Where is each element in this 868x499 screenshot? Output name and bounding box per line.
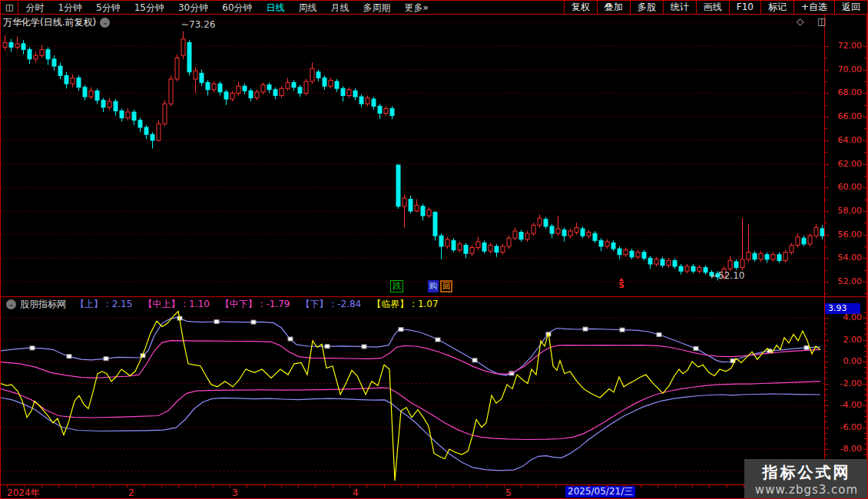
candle-body	[808, 236, 812, 244]
indicator-axis-label: -8.00	[826, 444, 862, 454]
date-tick	[521, 485, 522, 487]
toolbar-button-1[interactable]: 叠加	[597, 1, 630, 14]
axis-tick	[825, 345, 827, 346]
candle-body	[261, 85, 265, 92]
toolbar-button-2[interactable]: 多股	[630, 1, 663, 14]
indicator-axis-label: 2.00	[826, 335, 862, 345]
candle-body	[224, 92, 228, 99]
indicator-chart	[1, 297, 824, 484]
candle-body	[697, 268, 701, 272]
period-tab-4[interactable]: 30分钟	[171, 2, 215, 14]
axis-tick	[825, 270, 827, 271]
toolbar-button-8[interactable]: 返回	[834, 1, 867, 14]
axis-tick	[863, 70, 866, 71]
candle-body	[310, 68, 314, 81]
axis-tick	[825, 329, 827, 329]
period-tab-5[interactable]: 60分钟	[215, 2, 259, 14]
candle-body	[138, 121, 142, 127]
date-tick	[161, 485, 162, 487]
candle-body	[476, 242, 480, 248]
period-tab-0[interactable]: 分时	[18, 2, 51, 14]
candle-body	[501, 246, 505, 253]
axis-tick	[825, 400, 827, 401]
date-tick	[230, 485, 230, 487]
candle-body	[335, 81, 339, 88]
date-tick	[436, 485, 436, 487]
chevron-down-icon[interactable]: ⌄	[6, 299, 16, 309]
axis-tick	[864, 223, 866, 223]
candle-body	[378, 106, 382, 113]
toolbar-button-4[interactable]: 画线	[696, 1, 729, 14]
candle-body	[280, 88, 283, 95]
candle-body	[458, 244, 462, 250]
candle-body	[464, 245, 468, 253]
period-tab-1[interactable]: 1分钟	[51, 2, 89, 14]
date-tick	[486, 485, 487, 487]
candle-body	[777, 255, 781, 261]
candle-body	[446, 240, 449, 246]
toolbar-button-0[interactable]: 复权	[564, 1, 597, 14]
axis-tick	[825, 444, 827, 444]
toolbar-button-7[interactable]: +自选	[793, 1, 834, 14]
candle-body	[230, 93, 234, 99]
candle-body	[347, 90, 351, 96]
indicator-axis-label: -6.00	[826, 422, 862, 432]
date-tick	[469, 485, 470, 487]
price-axis-label: 54.00	[826, 253, 862, 263]
axis-tick	[825, 128, 827, 129]
period-tab-9[interactable]: 多周期	[356, 2, 398, 14]
toolbar-button-5[interactable]: F10	[729, 1, 760, 14]
period-tab-10[interactable]: 更多»	[398, 2, 436, 14]
candle-body	[691, 266, 695, 271]
axis-tick	[863, 211, 866, 212]
axis-tick	[864, 270, 866, 271]
price-axis-label: 66.00	[826, 111, 862, 121]
legend-item-0: 【上】 : 2.15	[75, 298, 132, 311]
date-label-4: 5	[505, 487, 512, 498]
period-tab-2[interactable]: 5分钟	[89, 2, 128, 14]
candle-body	[587, 233, 591, 236]
candle-body	[298, 88, 302, 94]
date-tick	[213, 485, 214, 487]
toolbar-button-6[interactable]: 标记	[760, 1, 793, 14]
date-label-3: 4	[353, 487, 359, 498]
candle-body	[329, 81, 333, 87]
candle-body	[765, 255, 769, 259]
toolbar-button-3[interactable]: 统计	[663, 1, 696, 14]
candle-body	[728, 260, 732, 269]
candle-body	[181, 39, 185, 55]
period-tab-7[interactable]: 周线	[292, 2, 324, 14]
period-tab-8[interactable]: 月线	[324, 2, 356, 14]
chevron-down-icon[interactable]: ⌄	[100, 18, 110, 28]
date-tick	[264, 485, 265, 487]
axis-tick	[825, 246, 827, 247]
candle-body	[292, 83, 296, 88]
axis-tick	[825, 378, 827, 378]
candle-body	[126, 112, 130, 118]
candle-body	[132, 112, 136, 121]
axis-tick	[825, 70, 829, 71]
period-tab-3[interactable]: 15分钟	[128, 2, 171, 14]
axis-tick	[864, 246, 866, 247]
axis-tick	[864, 152, 866, 153]
axis-tick	[864, 334, 866, 335]
candle-body	[95, 91, 99, 100]
candle-body	[372, 99, 376, 106]
candle-body	[581, 229, 585, 236]
date-label-0: 2024年	[7, 487, 40, 498]
period-tab-6[interactable]: 日线	[260, 2, 292, 14]
chart-corner-icons[interactable]: ◇ ◫	[797, 16, 831, 27]
candle-body	[648, 258, 652, 264]
candle-body	[194, 71, 197, 79]
candle-body	[390, 108, 394, 115]
candle-body	[273, 90, 277, 96]
date-label-1: 2	[128, 487, 134, 498]
axis-tick	[864, 438, 866, 439]
date-tick	[452, 485, 453, 487]
axis-tick	[863, 318, 866, 319]
candle-body	[108, 101, 111, 107]
date-tick	[178, 485, 179, 487]
candle-body	[65, 75, 68, 84]
window-layout-icon[interactable]: ◫	[1, 2, 18, 14]
legend-item-3: 【下】 : -2.84	[301, 298, 362, 311]
